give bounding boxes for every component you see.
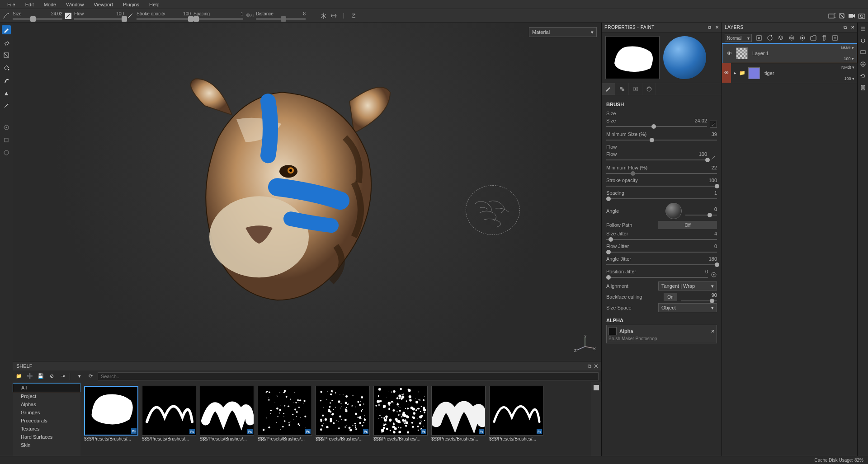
p-angle-slider[interactable]	[685, 215, 717, 216]
shelf-cat-grunges[interactable]: Grunges	[13, 408, 80, 417]
p-flow-slider[interactable]	[606, 159, 707, 160]
menu-window[interactable]: Window	[61, 1, 88, 8]
shelf-item[interactable]: Ps$$$/Presets/Brushes/...	[142, 386, 196, 452]
mirror-x-icon[interactable]	[330, 12, 337, 19]
shader-settings-icon[interactable]	[859, 61, 867, 68]
angle-dial[interactable]	[665, 203, 682, 219]
p-anglejitter-slider[interactable]	[606, 264, 717, 265]
tab-brush[interactable]	[602, 83, 615, 95]
properties-close-icon[interactable]: ✕	[715, 25, 719, 30]
shelf-close-icon[interactable]: ✕	[594, 363, 598, 369]
brush-picker-icon[interactable]	[3, 12, 10, 19]
shelf-cat-alphas[interactable]: Alphas	[13, 400, 80, 408]
symmetry-icon[interactable]	[320, 12, 327, 19]
shelf-cat-all[interactable]: All	[13, 383, 80, 392]
jitter-settings-icon[interactable]	[711, 272, 717, 278]
material-sphere-preview[interactable]	[663, 36, 706, 79]
menu-file[interactable]: File	[3, 1, 20, 8]
properties-popout-icon[interactable]: ⧉	[708, 25, 712, 30]
add-adjustment-icon[interactable]	[799, 34, 806, 42]
menu-help[interactable]: Help	[145, 1, 164, 8]
p-minsize-slider[interactable]	[606, 140, 717, 141]
shelf-search-input[interactable]	[98, 372, 599, 380]
p-spacing-slider[interactable]	[606, 198, 717, 199]
alpha-remove-icon[interactable]: ✕	[711, 328, 715, 334]
shelf-hide-icon[interactable]: ⊘	[48, 373, 55, 380]
shelf-import-icon[interactable]: ⇥	[59, 373, 66, 380]
shelf-item[interactable]: Ps$$$/Presets/Brushes/...	[200, 386, 254, 452]
fill-tool[interactable]	[2, 63, 11, 72]
layer-row[interactable]: 👁Layer 1NMdt ▾100 ▾	[722, 43, 857, 63]
shelf-save-icon[interactable]: 💾	[37, 373, 44, 380]
settings2-icon[interactable]	[2, 136, 11, 145]
shelf-cat-skin[interactable]: Skin	[13, 441, 80, 449]
layer-stack-icon[interactable]	[777, 34, 784, 42]
shelf-popout-icon[interactable]: ⧉	[588, 363, 591, 369]
p-posjitter-slider[interactable]	[606, 277, 708, 278]
pressure-size-icon[interactable]	[65, 13, 71, 19]
spacing-slider[interactable]	[193, 18, 243, 20]
p-opacity-slider[interactable]	[606, 186, 717, 187]
menu-plugins[interactable]: Plugins	[118, 1, 144, 8]
shelf-cat-procedurals[interactable]: Procedurals	[13, 417, 80, 425]
shelf-item[interactable]: Ps$$$/Presets/Brushes/...	[316, 386, 370, 452]
add-layer-icon[interactable]	[831, 34, 839, 42]
follow-path-toggle[interactable]: Off	[658, 221, 717, 229]
axis-gizmo[interactable]: Y X Z	[574, 334, 596, 356]
smart-material-icon[interactable]	[788, 34, 795, 42]
mirror-y-icon[interactable]	[340, 12, 347, 19]
pressure-flow-icon[interactable]	[127, 12, 134, 19]
projection-tool[interactable]	[2, 51, 11, 60]
shelf-item[interactable]: Ps$$$/Presets/Brushes/...	[489, 386, 543, 452]
layer-name[interactable]: Layer 1	[752, 51, 769, 56]
material-dropdown[interactable]: Material▾	[529, 27, 597, 37]
mask-icon[interactable]	[755, 34, 763, 42]
shelf-size-slider[interactable]	[594, 385, 599, 390]
size-space-select[interactable]: Object▾	[658, 303, 717, 312]
alignment-select[interactable]: Tangent | Wrap▾	[658, 281, 717, 291]
shelf-item[interactable]: Ps$$$/Presets/Brushes/...	[258, 386, 312, 452]
shelf-cat-textures[interactable]: Textures	[13, 425, 80, 433]
tab-stencil[interactable]	[629, 83, 642, 95]
mirror-z-icon[interactable]	[350, 12, 357, 19]
shelf-folder-icon[interactable]: 📁	[15, 373, 23, 380]
tab-material[interactable]	[642, 83, 656, 95]
perspective-icon[interactable]	[828, 12, 835, 19]
flow-slider[interactable]	[74, 18, 124, 20]
shelf-item[interactable]: Ps$$$/Presets/Brushes/...	[373, 386, 428, 452]
layer-opacity[interactable]: 100 ▾	[844, 76, 854, 81]
smudge-tool[interactable]	[2, 76, 11, 85]
blend-mode-dropdown[interactable]: Normal▾	[725, 34, 752, 42]
shelf-item[interactable]: Ps$$$/Presets/Brushes/...	[84, 386, 138, 452]
p-sizejitter-slider[interactable]	[606, 239, 717, 240]
shelf-cat-hard-surfaces[interactable]: Hard Surfaces	[13, 433, 80, 441]
chevron-right-icon[interactable]: ▸	[734, 70, 736, 76]
layer-opacity[interactable]: 100 ▾	[844, 56, 854, 61]
camera-projection-icon[interactable]	[838, 12, 845, 19]
visibility-icon[interactable]: 👁	[722, 69, 731, 77]
tab-alpha[interactable]	[615, 83, 629, 95]
textureset-list-icon[interactable]	[859, 25, 867, 33]
clone-tool[interactable]	[2, 89, 11, 98]
settings1-icon[interactable]	[2, 123, 11, 132]
layer-channel-badge[interactable]: NMdt ▾	[841, 65, 854, 70]
eraser-tool[interactable]	[2, 38, 11, 47]
textureset-settings-icon[interactable]	[859, 37, 867, 44]
p-size-pressure-icon[interactable]	[710, 121, 717, 128]
p-backface-slider[interactable]	[681, 300, 717, 301]
size-slider[interactable]	[13, 18, 62, 20]
layers-close-icon[interactable]: ✕	[851, 25, 855, 30]
settings3-icon[interactable]	[2, 148, 11, 157]
shelf-cat-project[interactable]: Project	[13, 392, 80, 400]
layer-row[interactable]: 👁▸📁tigerNMdt ▾100 ▾	[722, 63, 857, 83]
visibility-icon[interactable]: 👁	[725, 49, 733, 57]
shelf-newfolder-icon[interactable]: ➕	[26, 373, 33, 380]
distance-slider[interactable]	[256, 18, 306, 20]
p-flowjitter-slider[interactable]	[606, 252, 717, 253]
layers-popout-icon[interactable]: ⧉	[844, 25, 847, 30]
screenshot-icon[interactable]	[858, 12, 865, 19]
shelf-item[interactable]: Ps$$$/Presets/Brushes/...	[431, 386, 486, 452]
picker-tool[interactable]	[2, 101, 11, 110]
menu-mode[interactable]: Mode	[39, 1, 61, 8]
menu-viewport[interactable]: Viewport	[89, 1, 118, 8]
